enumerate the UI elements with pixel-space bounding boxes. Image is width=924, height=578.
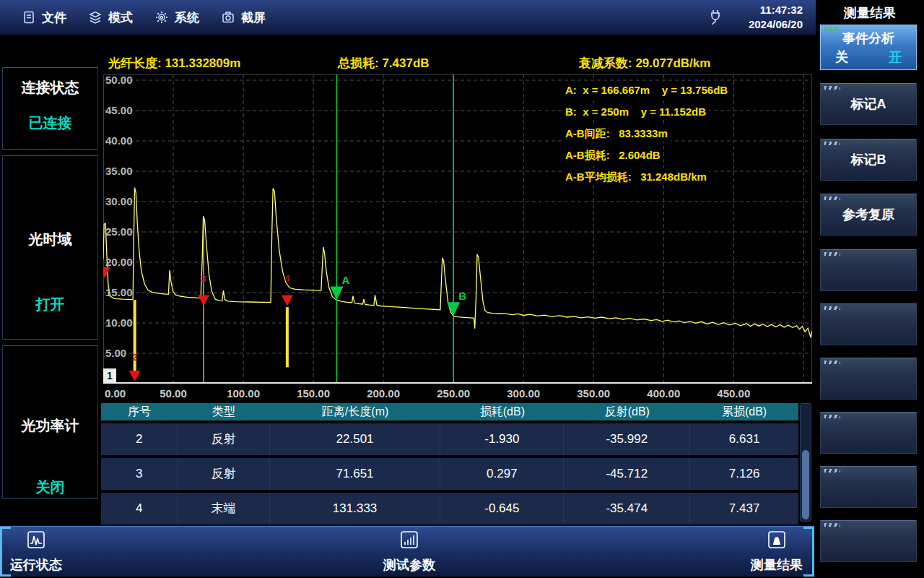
status-panel-value: 已连接 <box>3 113 97 133</box>
top-menu-bar: 文件 模式 系统 截屏 11:47:32 2024/06/ <box>0 0 816 35</box>
svg-text:1: 1 <box>107 370 113 381</box>
status-panel-title: 光时域 <box>3 230 97 249</box>
bottom-tab-测试参数[interactable]: 测试参数 <box>383 530 435 574</box>
status-panel-value: 关闭 <box>3 478 97 497</box>
event-analysis-off[interactable]: 关 <box>835 48 848 66</box>
event-analysis-on[interactable]: 开 <box>889 48 902 66</box>
cursor-annotation-line: A: x = 166.667m y = 13.756dB <box>562 82 731 98</box>
svg-text:30.00: 30.00 <box>105 195 133 207</box>
right-bracket-decoration <box>806 527 814 577</box>
stat-attenuation: 衰减系数: 29.077dB/km <box>579 55 710 72</box>
cursor-annotations: A: x = 166.667m y = 13.756dBB: x = 250m … <box>562 82 731 190</box>
measure-result-icon <box>765 530 788 555</box>
table-cell: 131.333 <box>270 493 441 525</box>
table-scrollbar[interactable] <box>800 403 811 522</box>
table-row[interactable]: 2反射22.501-1.930-35.9926.631 <box>101 423 798 455</box>
svg-text:2: 2 <box>132 352 137 363</box>
softkey-empty[interactable] <box>820 466 917 508</box>
table-scrollbar-thumb[interactable] <box>802 450 809 519</box>
table-cell: 反射 <box>178 458 270 490</box>
menu-screenshot[interactable]: 截屏 <box>221 9 266 26</box>
svg-text:5.00: 5.00 <box>105 347 126 359</box>
left-status-panel: 连接状态 已连接 光时域 打开 光功率计 关闭 <box>0 35 101 526</box>
table-cell: 7.126 <box>690 458 798 490</box>
svg-text:250.00: 250.00 <box>437 387 470 400</box>
table-cell: 6.631 <box>690 423 798 455</box>
softkey-标记A[interactable]: 标记A <box>820 83 917 125</box>
gear-icon <box>154 10 169 25</box>
status-panel-0[interactable]: 连接状态 已连接 <box>2 67 98 150</box>
run-status-icon <box>25 530 48 555</box>
event-arrow-icon <box>198 295 209 306</box>
status-panel-value: 打开 <box>3 295 97 314</box>
table-cell: 4 <box>101 493 178 525</box>
menu-system-label: 系统 <box>175 9 199 26</box>
status-panel-1[interactable]: 光时域 打开 <box>2 155 98 340</box>
cursor-annotation-line: B: x = 250m y = 11.152dB <box>562 103 709 120</box>
table-cell: -0.645 <box>440 493 564 525</box>
softkey-empty[interactable] <box>820 412 917 454</box>
otdr-trace-chart[interactable]: 1234AB5.0010.0015.0020.0025.0030.0035.00… <box>103 74 812 401</box>
table-cell: 7.437 <box>690 493 798 525</box>
event-analysis-title: 事件分析 <box>842 30 894 47</box>
softkey-标记B[interactable]: 标记B <box>820 139 917 181</box>
softkey-empty[interactable] <box>820 358 917 400</box>
svg-text:4: 4 <box>284 273 290 284</box>
svg-text:50.00: 50.00 <box>160 387 187 400</box>
cursor-annotation-line: A-B损耗: 2.604dB <box>562 147 663 163</box>
status-panel-2[interactable]: 光功率计 关闭 <box>2 345 98 499</box>
svg-text:15.00: 15.00 <box>105 286 133 298</box>
softkey-label: 标记B <box>851 151 886 168</box>
file-icon <box>22 10 36 25</box>
clock-date: 2024/06/20 <box>749 17 803 32</box>
main-area: 光纤长度: 131.332809m 总损耗: 7.437dB 衰减系数: 29.… <box>101 35 816 526</box>
screenshot-icon <box>221 10 235 25</box>
table-cell: 末端 <box>178 493 270 525</box>
status-panel-title: 光功率计 <box>3 416 97 436</box>
table-row[interactable]: 3反射71.6510.297-45.7127.126 <box>101 458 798 490</box>
corner-slashes-icon <box>824 86 840 90</box>
menu-system[interactable]: 系统 <box>154 9 199 26</box>
table-header-cell: 距离/长度(m) <box>270 403 441 420</box>
bottom-nav-bar: 运行状态 测试参数 测量结果 <box>0 526 814 577</box>
corner-slashes-icon <box>824 469 840 473</box>
table-row[interactable]: 4末端131.333-0.645-35.4747.437 <box>101 493 798 525</box>
corner-slashes-icon <box>824 523 840 527</box>
svg-text:40.00: 40.00 <box>105 134 133 147</box>
menu-mode[interactable]: 模式 <box>88 9 133 26</box>
x-axis-line <box>103 382 812 384</box>
status-panel-title: 连接状态 <box>3 78 97 98</box>
corner-slashes-icon <box>824 252 840 256</box>
stat-total-loss: 总损耗: 7.437dB <box>338 55 430 72</box>
bottom-tab-运行状态[interactable]: 运行状态 <box>10 530 62 574</box>
corner-slashes-icon <box>824 361 840 364</box>
menu-mode-label: 模式 <box>108 9 133 26</box>
table-header-cell: 类型 <box>178 403 270 420</box>
svg-text:0.00: 0.00 <box>105 387 126 400</box>
svg-text:50.00: 50.00 <box>105 74 133 86</box>
table-cell: 0.297 <box>440 458 564 490</box>
cursor-triangle-icon <box>447 302 460 316</box>
table-header-cell: 损耗(dB) <box>440 403 564 420</box>
table-cell: 反射 <box>178 423 270 455</box>
event-analysis-button[interactable]: 事件分析 关 开 <box>820 25 917 70</box>
svg-text:20.00: 20.00 <box>105 256 133 268</box>
svg-text:100.00: 100.00 <box>227 387 260 400</box>
bottom-tab-测量结果[interactable]: 测量结果 <box>751 530 803 574</box>
softkey-empty[interactable] <box>820 303 917 345</box>
menu-file[interactable]: 文件 <box>22 9 66 26</box>
softkey-label: 标记A <box>851 95 886 113</box>
svg-text:10.00: 10.00 <box>105 316 133 329</box>
corner-slashes-icon <box>824 27 840 31</box>
event-arrow-icon <box>282 295 293 306</box>
svg-text:A: A <box>341 274 349 286</box>
softkey-empty[interactable] <box>820 520 917 562</box>
stat-fiber-length: 光纤长度: 131.332809m <box>108 55 240 72</box>
softkey-empty[interactable] <box>820 249 917 291</box>
softkey-参考复原[interactable]: 参考复原 <box>820 194 917 236</box>
corner-slashes-icon <box>824 306 840 310</box>
cursor-annotation-line: A-B平均损耗: 31.248dB/km <box>562 168 710 185</box>
svg-text:400.00: 400.00 <box>647 387 680 400</box>
plug-icon <box>707 9 723 29</box>
table-cell: -35.474 <box>564 493 690 525</box>
